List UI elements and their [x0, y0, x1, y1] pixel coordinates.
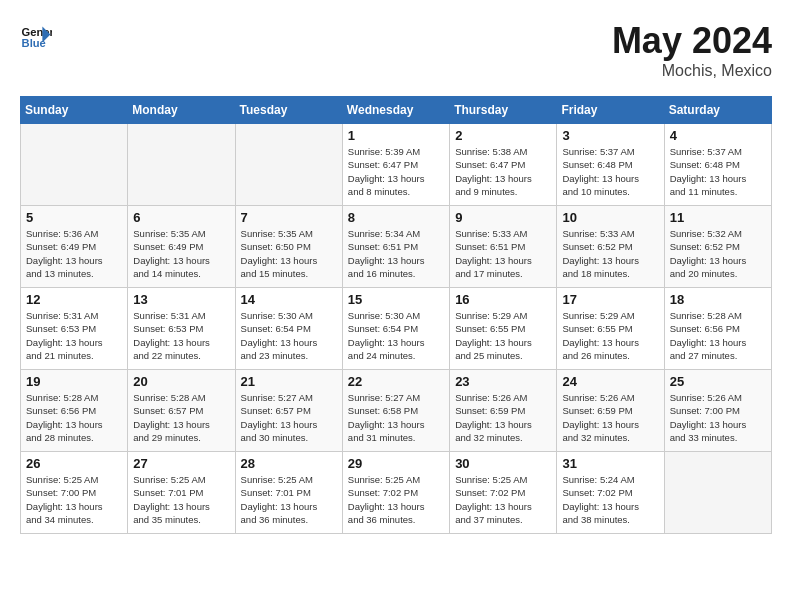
day-number: 15 [348, 292, 444, 307]
calendar-cell: 9Sunrise: 5:33 AMSunset: 6:51 PMDaylight… [450, 206, 557, 288]
day-info: Sunrise: 5:38 AMSunset: 6:47 PMDaylight:… [455, 145, 551, 198]
day-number: 8 [348, 210, 444, 225]
day-info: Sunrise: 5:30 AMSunset: 6:54 PMDaylight:… [348, 309, 444, 362]
calendar-cell: 12Sunrise: 5:31 AMSunset: 6:53 PMDayligh… [21, 288, 128, 370]
calendar-cell: 26Sunrise: 5:25 AMSunset: 7:00 PMDayligh… [21, 452, 128, 534]
day-number: 14 [241, 292, 337, 307]
calendar-cell: 21Sunrise: 5:27 AMSunset: 6:57 PMDayligh… [235, 370, 342, 452]
calendar-cell: 2Sunrise: 5:38 AMSunset: 6:47 PMDaylight… [450, 124, 557, 206]
day-info: Sunrise: 5:26 AMSunset: 6:59 PMDaylight:… [455, 391, 551, 444]
day-info: Sunrise: 5:26 AMSunset: 7:00 PMDaylight:… [670, 391, 766, 444]
day-number: 2 [455, 128, 551, 143]
svg-text:Blue: Blue [22, 37, 46, 49]
calendar-cell [128, 124, 235, 206]
day-info: Sunrise: 5:30 AMSunset: 6:54 PMDaylight:… [241, 309, 337, 362]
calendar-cell: 30Sunrise: 5:25 AMSunset: 7:02 PMDayligh… [450, 452, 557, 534]
calendar-cell: 28Sunrise: 5:25 AMSunset: 7:01 PMDayligh… [235, 452, 342, 534]
col-header-monday: Monday [128, 97, 235, 124]
calendar-cell: 6Sunrise: 5:35 AMSunset: 6:49 PMDaylight… [128, 206, 235, 288]
calendar-cell: 16Sunrise: 5:29 AMSunset: 6:55 PMDayligh… [450, 288, 557, 370]
day-number: 17 [562, 292, 658, 307]
calendar-cell: 17Sunrise: 5:29 AMSunset: 6:55 PMDayligh… [557, 288, 664, 370]
calendar-cell: 20Sunrise: 5:28 AMSunset: 6:57 PMDayligh… [128, 370, 235, 452]
calendar-cell: 25Sunrise: 5:26 AMSunset: 7:00 PMDayligh… [664, 370, 771, 452]
calendar-cell: 23Sunrise: 5:26 AMSunset: 6:59 PMDayligh… [450, 370, 557, 452]
month-year-title: May 2024 [612, 20, 772, 62]
calendar-cell: 31Sunrise: 5:24 AMSunset: 7:02 PMDayligh… [557, 452, 664, 534]
day-info: Sunrise: 5:24 AMSunset: 7:02 PMDaylight:… [562, 473, 658, 526]
day-info: Sunrise: 5:25 AMSunset: 7:01 PMDaylight:… [133, 473, 229, 526]
day-number: 30 [455, 456, 551, 471]
day-info: Sunrise: 5:27 AMSunset: 6:58 PMDaylight:… [348, 391, 444, 444]
page-header: General Blue May 2024 Mochis, Mexico [20, 20, 772, 80]
day-number: 24 [562, 374, 658, 389]
day-info: Sunrise: 5:25 AMSunset: 7:02 PMDaylight:… [348, 473, 444, 526]
day-number: 18 [670, 292, 766, 307]
calendar-cell: 10Sunrise: 5:33 AMSunset: 6:52 PMDayligh… [557, 206, 664, 288]
day-number: 3 [562, 128, 658, 143]
day-info: Sunrise: 5:37 AMSunset: 6:48 PMDaylight:… [562, 145, 658, 198]
day-info: Sunrise: 5:29 AMSunset: 6:55 PMDaylight:… [562, 309, 658, 362]
day-number: 27 [133, 456, 229, 471]
day-number: 1 [348, 128, 444, 143]
calendar-cell: 14Sunrise: 5:30 AMSunset: 6:54 PMDayligh… [235, 288, 342, 370]
day-info: Sunrise: 5:33 AMSunset: 6:51 PMDaylight:… [455, 227, 551, 280]
calendar-week-5: 26Sunrise: 5:25 AMSunset: 7:00 PMDayligh… [21, 452, 772, 534]
calendar-cell: 27Sunrise: 5:25 AMSunset: 7:01 PMDayligh… [128, 452, 235, 534]
calendar-cell: 13Sunrise: 5:31 AMSunset: 6:53 PMDayligh… [128, 288, 235, 370]
calendar-cell: 7Sunrise: 5:35 AMSunset: 6:50 PMDaylight… [235, 206, 342, 288]
day-info: Sunrise: 5:39 AMSunset: 6:47 PMDaylight:… [348, 145, 444, 198]
day-number: 21 [241, 374, 337, 389]
col-header-friday: Friday [557, 97, 664, 124]
day-number: 11 [670, 210, 766, 225]
day-info: Sunrise: 5:33 AMSunset: 6:52 PMDaylight:… [562, 227, 658, 280]
calendar-cell: 4Sunrise: 5:37 AMSunset: 6:48 PMDaylight… [664, 124, 771, 206]
day-number: 19 [26, 374, 122, 389]
day-info: Sunrise: 5:36 AMSunset: 6:49 PMDaylight:… [26, 227, 122, 280]
day-number: 22 [348, 374, 444, 389]
day-number: 29 [348, 456, 444, 471]
col-header-thursday: Thursday [450, 97, 557, 124]
day-number: 20 [133, 374, 229, 389]
day-info: Sunrise: 5:37 AMSunset: 6:48 PMDaylight:… [670, 145, 766, 198]
calendar-cell: 3Sunrise: 5:37 AMSunset: 6:48 PMDaylight… [557, 124, 664, 206]
day-info: Sunrise: 5:25 AMSunset: 7:00 PMDaylight:… [26, 473, 122, 526]
day-info: Sunrise: 5:28 AMSunset: 6:56 PMDaylight:… [26, 391, 122, 444]
calendar-cell: 24Sunrise: 5:26 AMSunset: 6:59 PMDayligh… [557, 370, 664, 452]
calendar-week-4: 19Sunrise: 5:28 AMSunset: 6:56 PMDayligh… [21, 370, 772, 452]
logo: General Blue [20, 20, 52, 52]
day-info: Sunrise: 5:35 AMSunset: 6:50 PMDaylight:… [241, 227, 337, 280]
day-number: 13 [133, 292, 229, 307]
day-number: 5 [26, 210, 122, 225]
day-info: Sunrise: 5:28 AMSunset: 6:57 PMDaylight:… [133, 391, 229, 444]
day-number: 7 [241, 210, 337, 225]
calendar-cell: 1Sunrise: 5:39 AMSunset: 6:47 PMDaylight… [342, 124, 449, 206]
col-header-sunday: Sunday [21, 97, 128, 124]
day-number: 6 [133, 210, 229, 225]
day-number: 25 [670, 374, 766, 389]
day-number: 28 [241, 456, 337, 471]
day-info: Sunrise: 5:25 AMSunset: 7:01 PMDaylight:… [241, 473, 337, 526]
title-block: May 2024 Mochis, Mexico [612, 20, 772, 80]
day-info: Sunrise: 5:26 AMSunset: 6:59 PMDaylight:… [562, 391, 658, 444]
calendar-table: SundayMondayTuesdayWednesdayThursdayFrid… [20, 96, 772, 534]
day-number: 4 [670, 128, 766, 143]
col-header-tuesday: Tuesday [235, 97, 342, 124]
day-info: Sunrise: 5:29 AMSunset: 6:55 PMDaylight:… [455, 309, 551, 362]
calendar-cell: 22Sunrise: 5:27 AMSunset: 6:58 PMDayligh… [342, 370, 449, 452]
calendar-header-row: SundayMondayTuesdayWednesdayThursdayFrid… [21, 97, 772, 124]
calendar-cell: 19Sunrise: 5:28 AMSunset: 6:56 PMDayligh… [21, 370, 128, 452]
day-number: 10 [562, 210, 658, 225]
calendar-week-2: 5Sunrise: 5:36 AMSunset: 6:49 PMDaylight… [21, 206, 772, 288]
day-info: Sunrise: 5:34 AMSunset: 6:51 PMDaylight:… [348, 227, 444, 280]
day-number: 12 [26, 292, 122, 307]
day-number: 31 [562, 456, 658, 471]
calendar-cell [664, 452, 771, 534]
calendar-cell: 11Sunrise: 5:32 AMSunset: 6:52 PMDayligh… [664, 206, 771, 288]
day-info: Sunrise: 5:25 AMSunset: 7:02 PMDaylight:… [455, 473, 551, 526]
day-number: 26 [26, 456, 122, 471]
calendar-week-3: 12Sunrise: 5:31 AMSunset: 6:53 PMDayligh… [21, 288, 772, 370]
calendar-cell [21, 124, 128, 206]
day-info: Sunrise: 5:31 AMSunset: 6:53 PMDaylight:… [26, 309, 122, 362]
calendar-cell [235, 124, 342, 206]
